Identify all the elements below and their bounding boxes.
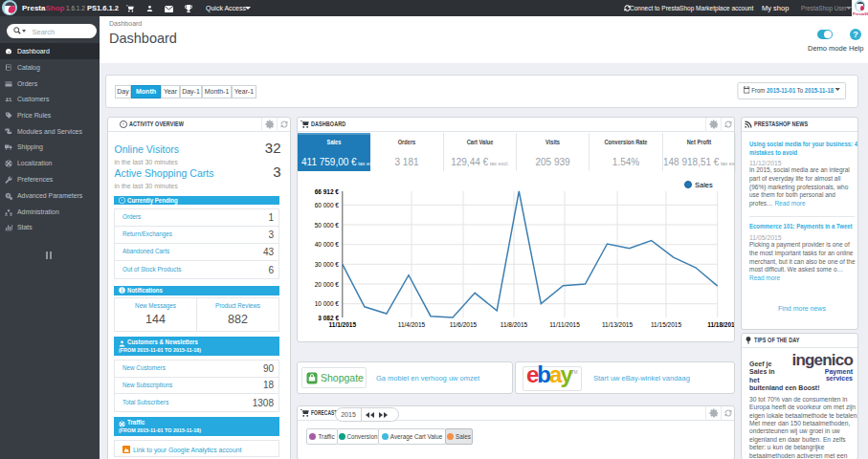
svg-text:11/18/201: 11/18/201 <box>707 321 734 328</box>
svg-text:3 082 €: 3 082 € <box>318 315 339 321</box>
svg-text:11/15/2015: 11/15/2015 <box>651 321 681 328</box>
svg-text:11/13/2015: 11/13/2015 <box>602 321 633 328</box>
svg-text:Sales: Sales <box>695 181 713 189</box>
svg-text:11/4/2015: 11/4/2015 <box>398 321 426 328</box>
svg-text:20 000 €: 20 000 € <box>315 281 340 288</box>
svg-text:50 000 €: 50 000 € <box>315 222 340 229</box>
svg-text:11/6/2015: 11/6/2015 <box>450 321 478 328</box>
svg-text:60 000 €: 60 000 € <box>315 202 340 208</box>
svg-text:10 000 €: 10 000 € <box>315 300 340 307</box>
svg-text:40 000 €: 40 000 € <box>315 241 340 248</box>
svg-text:11/1/2015: 11/1/2015 <box>329 321 357 328</box>
svg-text:66 912 €: 66 912 € <box>315 188 340 195</box>
svg-text:30 000 €: 30 000 € <box>315 261 340 268</box>
svg-text:11/8/2015: 11/8/2015 <box>501 321 528 328</box>
svg-text:11/11/2015: 11/11/2015 <box>549 321 580 328</box>
